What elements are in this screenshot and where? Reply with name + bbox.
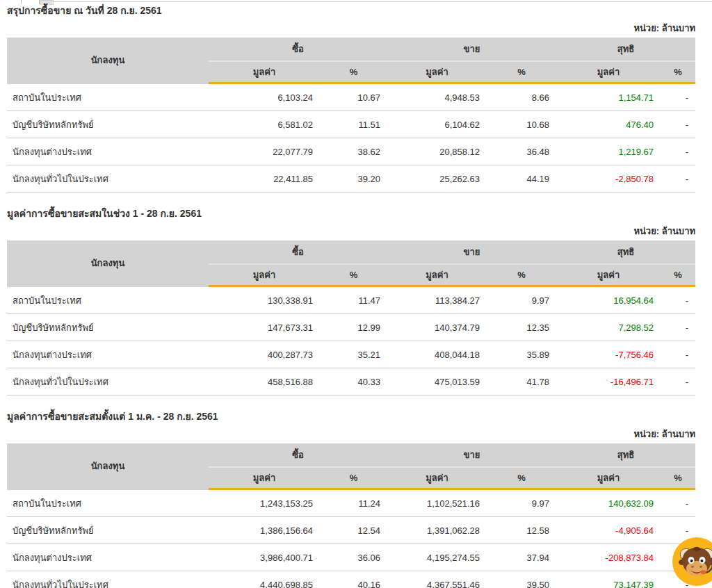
investor-table: นักลงทุน ซื้อ ขาย สุทธิ มูลค่า % มูลค่า … (7, 38, 695, 193)
table-row: บัญชีบริษัทหลักทรัพย์6,581.0211.516,104.… (7, 111, 695, 138)
table-row: สถาบันในประเทศ6,103.2410.674,948.538.661… (7, 83, 695, 111)
net-value-cell: -7,756.46 (556, 341, 661, 368)
buy-value-cell: 6,103.24 (209, 83, 320, 111)
buy-value-cell: 22,411.85 (209, 165, 320, 193)
net-value-cell: -4,905.64 (556, 517, 661, 544)
buy-percent-cell: 10.67 (320, 83, 387, 111)
sell-value-cell: 6,104.62 (387, 111, 487, 138)
buy-value-cell: 130,338.91 (209, 286, 320, 314)
col-header-investor: นักลงทุน (7, 240, 209, 286)
investor-name-cell: สถาบันในประเทศ (7, 83, 209, 111)
investor-name-cell: บัญชีบริษัทหลักทรัพย์ (7, 517, 209, 544)
col-header-buy-value: มูลค่า (209, 264, 320, 286)
col-header-net-value: มูลค่า (556, 61, 661, 83)
sell-value-cell: 475,013.59 (387, 368, 487, 395)
net-value-cell: -2,850.78 (556, 165, 661, 193)
col-header-buy-percent: % (320, 264, 387, 286)
table-row: นักลงทุนทั่วไปในประเทศ22,411.8539.2025,2… (7, 165, 695, 193)
buy-value-cell: 22,077.79 (209, 138, 320, 165)
net-percent-cell: - (661, 165, 695, 193)
unit-label: หน่วย: ล้านบาท (7, 23, 695, 34)
sell-percent-cell: 9.97 (487, 286, 556, 314)
sell-value-cell: 408,044.18 (387, 341, 487, 368)
table-row: นักลงทุนทั่วไปในประเทศ458,516.8840.33475… (7, 368, 695, 395)
sell-percent-cell: 41.78 (487, 368, 556, 395)
col-header-sell: ขาย (387, 443, 556, 467)
col-header-net-percent: % (661, 467, 695, 489)
col-header-buy: ซื้อ (209, 240, 387, 264)
buy-value-cell: 1,386,156.64 (209, 517, 320, 544)
buy-percent-cell: 39.20 (320, 165, 387, 193)
net-percent-cell: - (661, 341, 695, 368)
investor-name-cell: นักลงทุนต่างประเทศ (7, 138, 209, 165)
investor-name-cell: นักลงทุนทั่วไปในประเทศ (7, 165, 209, 193)
net-percent-cell: - (661, 138, 695, 165)
net-value-cell: 476.40 (556, 111, 661, 138)
buy-value-cell: 6,581.02 (209, 111, 320, 138)
investor-name-cell: สถาบันในประเทศ (7, 286, 209, 314)
col-header-buy-percent: % (320, 61, 387, 83)
table-row: สถาบันในประเทศ1,243,153.2511.241,102,521… (7, 489, 695, 517)
col-header-sell-percent: % (487, 467, 556, 489)
sell-value-cell: 4,367,551.46 (387, 571, 487, 588)
col-header-sell: ขาย (387, 38, 556, 61)
col-header-net: สุทธิ (556, 240, 695, 264)
table-body: สถาบันในประเทศ1,243,153.2511.241,102,521… (7, 489, 695, 588)
sell-percent-cell: 8.66 (487, 83, 556, 111)
buy-percent-cell: 40.16 (320, 571, 387, 588)
section-title: สรุปการซื้อขาย ณ วันที่ 28 ก.ย. 2561 (7, 4, 695, 17)
investor-name-cell: นักลงทุนทั่วไปในประเทศ (7, 368, 209, 395)
investor-table: นักลงทุน ซื้อ ขาย สุทธิ มูลค่า % มูลค่า … (7, 443, 695, 588)
section-title: มูลค่าการซื้อขายสะสมตั้งแต่ 1 ม.ค. - 28 … (7, 410, 695, 423)
buy-value-cell: 3,986,400.71 (209, 544, 320, 571)
buy-value-cell: 1,243,153.25 (209, 489, 320, 517)
col-header-net-value: มูลค่า (556, 467, 661, 489)
investor-name-cell: นักลงทุนต่างประเทศ (7, 341, 209, 368)
sell-value-cell: 1,391,062.28 (387, 517, 487, 544)
table-row: บัญชีบริษัทหลักทรัพย์147,673.3112.99140,… (7, 314, 695, 341)
buy-percent-cell: 11.47 (320, 286, 387, 314)
net-value-cell: 140,632.09 (556, 489, 661, 517)
buy-percent-cell: 11.51 (320, 111, 387, 138)
chat-mascot-button[interactable] (672, 537, 712, 587)
net-value-cell: -16,496.71 (556, 368, 661, 395)
sell-percent-cell: 44.19 (487, 165, 556, 193)
table-row: นักลงทุนต่างประเทศ400,287.7335.21408,044… (7, 341, 695, 368)
col-header-sell-value: มูลค่า (387, 264, 487, 286)
col-header-net-percent: % (661, 264, 695, 286)
sell-percent-cell: 10.68 (487, 111, 556, 138)
net-value-cell: 7,298.52 (556, 314, 661, 341)
col-header-sell: ขาย (387, 240, 556, 264)
col-header-net-percent: % (661, 61, 695, 83)
investor-trading-page: สรุปการซื้อขาย ณ วันที่ 28 ก.ย. 2561 หน่… (7, 4, 695, 588)
table-row: บัญชีบริษัทหลักทรัพย์1,386,156.6412.541,… (7, 517, 695, 544)
col-header-buy-value: มูลค่า (209, 467, 320, 489)
buy-value-cell: 458,516.88 (209, 368, 320, 395)
bull-mascot-icon (672, 537, 712, 587)
net-percent-cell: - (661, 314, 695, 341)
investor-name-cell: บัญชีบริษัทหลักทรัพย์ (7, 111, 209, 138)
sell-value-cell: 1,102,521.16 (387, 489, 487, 517)
col-header-net-value: มูลค่า (556, 264, 661, 286)
trading-table-section: มูลค่าการซื้อขายสะสมในช่วง 1 - 28 ก.ย. 2… (7, 207, 695, 395)
buy-percent-cell: 40.33 (320, 368, 387, 395)
table-header-group-row: นักลงทุน ซื้อ ขาย สุทธิ (7, 38, 695, 61)
sell-percent-cell: 35.89 (487, 341, 556, 368)
buy-percent-cell: 38.62 (320, 138, 387, 165)
sell-value-cell: 25,262.63 (387, 165, 487, 193)
sell-value-cell: 113,384.27 (387, 286, 487, 314)
sell-percent-cell: 36.48 (487, 138, 556, 165)
buy-percent-cell: 12.54 (320, 517, 387, 544)
net-value-cell: 1,154.71 (556, 83, 661, 111)
table-row: นักลงทุนต่างประเทศ3,986,400.7136.064,195… (7, 544, 695, 571)
table-row: สถาบันในประเทศ130,338.9111.47113,384.279… (7, 286, 695, 314)
investor-name-cell: บัญชีบริษัทหลักทรัพย์ (7, 314, 209, 341)
net-percent-cell: - (661, 489, 695, 517)
buy-percent-cell: 35.21 (320, 341, 387, 368)
unit-label: หน่วย: ล้านบาท (7, 226, 695, 237)
col-header-investor: นักลงทุน (7, 38, 209, 83)
net-value-cell: 1,219.67 (556, 138, 661, 165)
sell-percent-cell: 9.97 (487, 489, 556, 517)
tab-bar-divider (53, 1, 712, 2)
sell-value-cell: 4,195,274.55 (387, 544, 487, 571)
